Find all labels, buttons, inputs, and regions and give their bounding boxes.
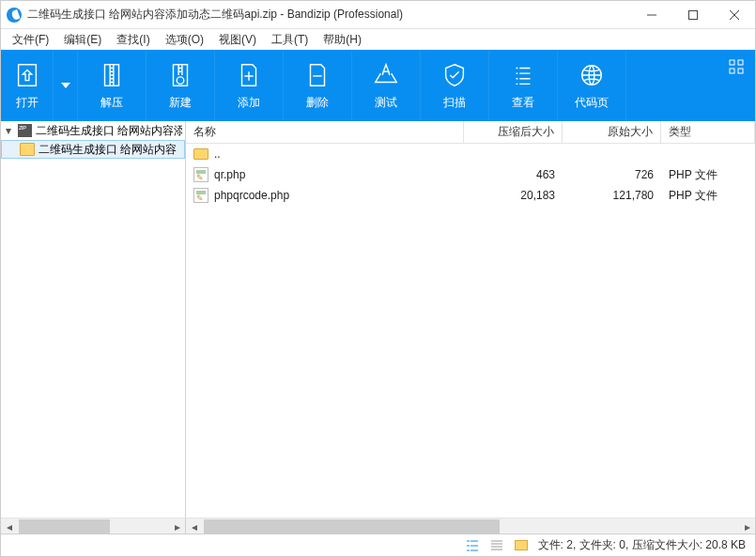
col-name[interactable]: 名称 bbox=[186, 121, 464, 143]
open-dropdown[interactable] bbox=[54, 50, 78, 121]
layout-toggle-button[interactable] bbox=[727, 57, 746, 76]
tree-root-label: 二维码生成接口 给网站内容添加 bbox=[36, 123, 182, 139]
file-csize: 463 bbox=[464, 168, 563, 181]
file-list[interactable]: .. qr.php 463 726 PHP 文件 phpqrcode.php 2… bbox=[186, 144, 755, 518]
svg-point-3 bbox=[177, 76, 184, 84]
tree-child-label: 二维码生成接口 给网站内容 bbox=[39, 142, 177, 158]
extract-icon bbox=[98, 61, 126, 89]
list-item[interactable]: phpqrcode.php 20,183 121,780 PHP 文件 bbox=[186, 185, 755, 206]
delete-icon bbox=[303, 61, 332, 89]
menu-tools[interactable]: 工具(T) bbox=[264, 30, 316, 50]
list-item[interactable]: qr.php 463 726 PHP 文件 bbox=[186, 164, 755, 185]
list-compact-icon[interactable] bbox=[489, 538, 504, 553]
horizontal-scrollbars: ◂ ▸ ◂ ▸ bbox=[1, 518, 755, 534]
add-label: 添加 bbox=[238, 95, 260, 111]
view-button[interactable]: 查看 bbox=[489, 50, 558, 121]
test-label: 测试 bbox=[375, 95, 397, 111]
col-compressed-size[interactable]: 压缩后大小 bbox=[464, 121, 563, 143]
scan-label: 扫描 bbox=[443, 95, 466, 111]
scrollbar-track[interactable] bbox=[202, 518, 739, 534]
scroll-right-button[interactable]: ▸ bbox=[739, 518, 755, 534]
tree-child-item[interactable]: 二维码生成接口 给网站内容 bbox=[1, 140, 185, 159]
status-bar: 文件: 2, 文件夹: 0, 压缩文件大小: 20.8 KB bbox=[1, 534, 755, 556]
scan-button[interactable]: 扫描 bbox=[421, 50, 489, 121]
status-text: 文件: 2, 文件夹: 0, 压缩文件大小: 20.8 KB bbox=[538, 537, 746, 553]
minimize-button[interactable] bbox=[631, 2, 672, 28]
scrollbar-thumb[interactable] bbox=[19, 519, 110, 534]
delete-label: 删除 bbox=[306, 95, 329, 111]
open-label: 打开 bbox=[16, 95, 39, 111]
list-detail-icon[interactable] bbox=[465, 538, 480, 553]
close-button[interactable] bbox=[714, 2, 755, 28]
test-button[interactable]: 测试 bbox=[352, 50, 421, 121]
svg-rect-7 bbox=[730, 69, 734, 73]
extract-label: 解压 bbox=[100, 95, 123, 111]
tree-root-item[interactable]: ▾ 二维码生成接口 给网站内容添加 bbox=[1, 121, 185, 140]
php-file-icon bbox=[193, 167, 208, 182]
list-item[interactable]: .. bbox=[186, 144, 755, 164]
codepage-label: 代码页 bbox=[575, 95, 609, 111]
svg-rect-8 bbox=[738, 69, 743, 73]
menu-view[interactable]: 视图(V) bbox=[211, 30, 264, 50]
scrollbar-track[interactable] bbox=[17, 518, 169, 534]
toolbar: 打开 解压 新建 添加 删除 测试 扫描 查看 代码页 bbox=[1, 50, 755, 121]
add-button[interactable]: 添加 bbox=[215, 50, 284, 121]
codepage-button[interactable]: 代码页 bbox=[558, 50, 626, 121]
svg-rect-5 bbox=[730, 60, 734, 65]
file-name: qr.php bbox=[214, 168, 245, 181]
menu-help[interactable]: 帮助(H) bbox=[316, 30, 369, 50]
folder-tree[interactable]: ▾ 二维码生成接口 给网站内容添加 二维码生成接口 给网站内容 bbox=[1, 121, 186, 518]
extract-button[interactable]: 解压 bbox=[78, 50, 147, 121]
open-button[interactable]: 打开 bbox=[1, 50, 54, 121]
file-type: PHP 文件 bbox=[661, 167, 755, 183]
scan-icon bbox=[440, 61, 469, 89]
file-name: phpqrcode.php bbox=[214, 189, 289, 202]
file-type: PHP 文件 bbox=[661, 188, 755, 204]
svg-rect-0 bbox=[689, 10, 698, 19]
app-icon bbox=[7, 8, 22, 23]
codepage-icon bbox=[578, 61, 606, 89]
file-name: .. bbox=[214, 147, 221, 161]
list-header: 名称 压缩后大小 原始大小 类型 bbox=[186, 121, 755, 144]
new-label: 新建 bbox=[169, 95, 192, 111]
folder-icon bbox=[20, 143, 35, 156]
view-icon bbox=[509, 61, 537, 89]
file-osize: 726 bbox=[563, 168, 661, 181]
col-type[interactable]: 类型 bbox=[661, 121, 755, 143]
scroll-right-button[interactable]: ▸ bbox=[169, 518, 185, 534]
folder-icon bbox=[193, 148, 208, 160]
new-icon bbox=[166, 61, 194, 89]
file-csize: 20,183 bbox=[464, 189, 563, 202]
maximize-button[interactable] bbox=[672, 2, 714, 28]
add-icon bbox=[235, 61, 263, 89]
scrollbar-thumb[interactable] bbox=[204, 519, 500, 534]
scroll-left-button[interactable]: ◂ bbox=[186, 518, 202, 534]
menu-find[interactable]: 查找(I) bbox=[109, 30, 157, 50]
view-label: 查看 bbox=[512, 95, 534, 111]
zip-icon bbox=[18, 124, 32, 137]
grid-icon bbox=[729, 59, 744, 74]
folder-status-icon[interactable] bbox=[514, 538, 529, 553]
svg-rect-6 bbox=[738, 60, 743, 65]
menu-options[interactable]: 选项(O) bbox=[158, 30, 211, 50]
window-title: 二维码生成接口 给网站内容添加动态二维码api.zip - Bandizip (… bbox=[27, 7, 631, 23]
test-icon bbox=[372, 61, 400, 89]
menu-edit[interactable]: 编辑(E) bbox=[56, 30, 109, 50]
scroll-left-button[interactable]: ◂ bbox=[1, 518, 17, 534]
col-original-size[interactable]: 原始大小 bbox=[563, 121, 661, 143]
chevron-down-icon[interactable]: ▾ bbox=[4, 125, 14, 136]
menu-file[interactable]: 文件(F) bbox=[5, 30, 56, 50]
file-osize: 121,780 bbox=[563, 189, 661, 202]
open-icon bbox=[13, 61, 41, 89]
new-button[interactable]: 新建 bbox=[147, 50, 215, 121]
php-file-icon bbox=[193, 188, 208, 203]
menubar: 文件(F) 编辑(E) 查找(I) 选项(O) 视图(V) 工具(T) 帮助(H… bbox=[1, 29, 755, 50]
chevron-down-icon bbox=[61, 83, 70, 88]
delete-button[interactable]: 删除 bbox=[284, 50, 352, 121]
